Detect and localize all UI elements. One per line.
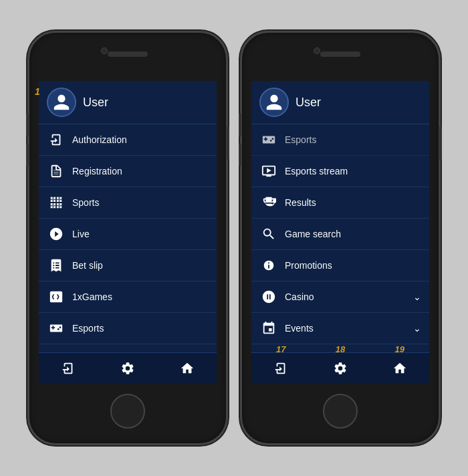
- promotions-label: Promotions: [285, 260, 332, 271]
- user-header-1: User: [39, 81, 217, 124]
- esports-icon-2: [259, 130, 278, 149]
- speaker-1: [108, 51, 148, 57]
- phone-1: User 2 Authorization 3: [27, 31, 228, 445]
- esports-icon: [47, 319, 66, 338]
- esports-label-2: Esports: [285, 134, 316, 145]
- menu-item-registration[interactable]: 3 Registration: [39, 156, 217, 187]
- registration-label: Registration: [72, 166, 122, 176]
- events-label: Events: [285, 323, 314, 334]
- side-btn-left2-2: [239, 143, 241, 166]
- avatar-icon-1: [52, 93, 71, 112]
- esports-stream-label-2: Esports stream: [285, 166, 348, 176]
- home-button-2[interactable]: [323, 394, 358, 429]
- menu-item-1xgames[interactable]: 7 1xGames: [39, 281, 217, 313]
- live-label: Live: [72, 229, 90, 239]
- screen-2: User Esports: [251, 81, 429, 383]
- menu-screen-1: User 2 Authorization 3: [39, 81, 217, 383]
- bottom-bar-1: [39, 352, 217, 383]
- side-btn-left1-2: [239, 113, 241, 136]
- menu-item-game-search[interactable]: 11 Game search: [251, 219, 429, 250]
- side-btn-right: [227, 126, 229, 160]
- num-17: 17: [276, 344, 285, 354]
- authorization-label: Authorization: [72, 134, 127, 145]
- menu-item-casino[interactable]: 13 Casino ⌄: [251, 281, 429, 313]
- camera-2: [314, 47, 320, 54]
- menu-item-authorization[interactable]: 2 Authorization: [39, 124, 217, 156]
- phone-frame-2: User Esports: [240, 31, 441, 445]
- menu-list-1: 2 Authorization 3 Registration: [39, 124, 217, 352]
- game-search-icon: [259, 225, 278, 243]
- registration-icon: [47, 162, 66, 181]
- results-icon-2: [259, 193, 278, 212]
- avatar-2: [259, 88, 289, 117]
- speaker-2: [320, 51, 360, 57]
- username-2: User: [296, 96, 321, 110]
- game-search-label: Game search: [285, 229, 341, 239]
- bottom-bar-2: 17 18 19: [251, 352, 429, 383]
- bottom-settings-icon-2[interactable]: 18: [327, 355, 354, 382]
- side-btn-left1: [26, 113, 29, 136]
- sports-icon: [47, 193, 66, 212]
- avatar-1: [47, 88, 76, 117]
- menu-item-live[interactable]: 5 Live: [39, 219, 217, 250]
- menu-item-esports-stream-2[interactable]: Esports stream: [251, 156, 429, 187]
- bottom-settings-icon-1[interactable]: [114, 355, 141, 382]
- bottom-home-icon-1[interactable]: [174, 355, 201, 382]
- results-label-2: Results: [285, 197, 316, 208]
- esports-label: Esports: [72, 323, 104, 334]
- menu-screen-2: User Esports: [251, 81, 429, 383]
- menu-item-results-2[interactable]: Results: [251, 187, 429, 219]
- events-icon: [259, 319, 278, 338]
- bottom-login-icon-2[interactable]: 17: [267, 355, 294, 382]
- casino-chevron: ⌄: [413, 291, 421, 302]
- xgames-label: 1xGames: [72, 291, 112, 302]
- avatar-icon-2: [265, 93, 283, 112]
- menu-list-2: Esports Esports stream Res: [251, 124, 429, 352]
- menu-item-esports-stream[interactable]: 9 Esports stream: [39, 344, 217, 352]
- casino-icon: [259, 287, 278, 306]
- menu-item-events[interactable]: 14 Events ⌄: [251, 313, 429, 344]
- menu-item-sports[interactable]: 4 Sports: [39, 187, 217, 219]
- phone-frame-1: User 2 Authorization 3: [27, 31, 228, 445]
- sports-label: Sports: [72, 197, 99, 208]
- camera-1: [101, 47, 108, 54]
- esports-stream-icon-2: [259, 162, 278, 181]
- menu-item-betslip[interactable]: 6 Bet slip: [39, 250, 217, 281]
- num-18: 18: [336, 344, 345, 354]
- num-19: 19: [394, 344, 404, 354]
- phone-2: User Esports: [240, 31, 441, 445]
- label-num-1: 1: [35, 86, 40, 97]
- home-button-1[interactable]: [110, 394, 145, 429]
- bottom-login-icon-1[interactable]: [55, 355, 82, 382]
- bottom-home-icon-2[interactable]: 19: [386, 355, 413, 382]
- user-header-2: User: [251, 81, 429, 124]
- xgames-icon: [47, 287, 66, 306]
- side-btn-left2: [26, 143, 29, 166]
- menu-item-esports-2[interactable]: Esports: [251, 124, 429, 156]
- menu-item-promotions[interactable]: 12 Promotions: [251, 250, 429, 281]
- betslip-label: Bet slip: [72, 260, 103, 271]
- menu-item-esports[interactable]: 8 Esports: [39, 313, 217, 344]
- casino-label: Casino: [285, 291, 314, 302]
- username-1: User: [83, 96, 108, 110]
- esports-stream-icon: [47, 350, 66, 352]
- screen-1: User 2 Authorization 3: [39, 81, 217, 383]
- betslip-icon: [47, 256, 66, 275]
- authorization-icon: [47, 130, 66, 149]
- side-btn-right-2: [439, 126, 442, 160]
- live-icon: [47, 225, 66, 243]
- promotions-icon: [259, 256, 278, 275]
- events-chevron: ⌄: [413, 323, 421, 334]
